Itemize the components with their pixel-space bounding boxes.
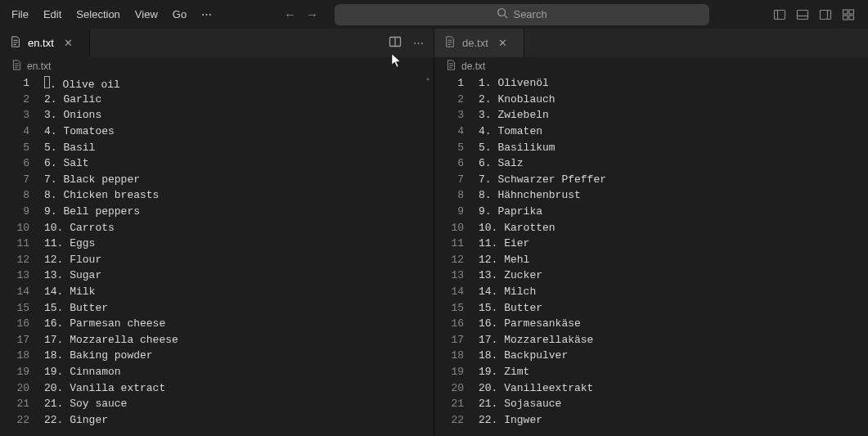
code-text: 18. Backpulver [479, 349, 568, 362]
svg-rect-2 [775, 10, 785, 19]
code-line[interactable]: 1717. Mozzarellakäse [434, 332, 868, 348]
code-line[interactable]: 88. Chicken breasts [0, 187, 434, 204]
line-number: 20 [0, 382, 44, 394]
code-line[interactable]: 1515. Butter [434, 299, 868, 316]
code-line[interactable]: 2222. Ingwer [434, 411, 868, 428]
split-editor-icon[interactable] [389, 35, 402, 51]
code-line[interactable]: 1818. Baking powder [0, 348, 434, 364]
code-text: 3. Zwiebeln [479, 109, 549, 121]
code-line[interactable]: 33. Onions [0, 107, 434, 124]
code-line[interactable]: 55. Basilikum [434, 139, 868, 155]
menu-edit[interactable]: Edit [37, 5, 68, 24]
code-text: 20. Vanilleextrakt [479, 382, 593, 394]
code-line[interactable]: 2121. Soy sauce [0, 396, 434, 412]
menu-view[interactable]: View [128, 5, 164, 24]
code-line[interactable]: 11. Olivenöl [434, 75, 868, 92]
code-line[interactable]: 1616. Parmesan cheese [0, 316, 434, 332]
code-line[interactable]: 2020. Vanilla extract [0, 380, 434, 396]
code-line[interactable]: 77. Schwarzer Pfeffer [434, 172, 868, 188]
line-number: 9 [0, 205, 44, 218]
code-text: 15. Butter [479, 302, 542, 314]
customize-layout-icon[interactable] [842, 8, 855, 21]
line-number: 4 [0, 125, 44, 137]
code-line[interactable]: 44. Tomatoes [0, 124, 434, 140]
menu-file[interactable]: File [5, 5, 35, 24]
code-line[interactable]: 88. Hähnchenbrust [434, 187, 868, 204]
code-line[interactable]: 1111. Eier [434, 236, 868, 252]
close-icon[interactable]: ✕ [498, 37, 507, 49]
code-line[interactable]: 1. Olive oil [0, 75, 434, 92]
code-line[interactable]: 1414. Milk [0, 284, 434, 300]
tabbar-right: de.txt ✕ [434, 29, 868, 57]
code-line[interactable]: 1212. Flour [0, 252, 434, 268]
menu-more[interactable]: ⋯ [195, 5, 220, 24]
pane-right: de.txt ✕ de.txt 11. Olivenöl22. Knoblauc… [434, 29, 868, 436]
editor-right[interactable]: 11. Olivenöl22. Knoblauch33. Zwiebeln44.… [434, 75, 868, 436]
nav-forward-icon[interactable]: → [306, 7, 318, 21]
close-icon[interactable]: ✕ [64, 37, 73, 49]
menu-selection[interactable]: Selection [70, 5, 126, 24]
tab-de[interactable]: de.txt ✕ [434, 29, 524, 57]
pane-left: en.txt ✕ ⋯ en.txt ▪ 1. Olive oil22. Garl… [0, 29, 434, 436]
code-line[interactable]: 2222. Ginger [0, 411, 434, 428]
code-line[interactable]: 1414. Milch [434, 284, 868, 300]
code-line[interactable]: 1111. Eggs [0, 236, 434, 252]
search-placeholder: Search [513, 8, 546, 20]
code-text: 1. Olivenöl [479, 77, 549, 89]
code-line[interactable]: 22. Knoblauch [434, 92, 868, 108]
line-number: 22 [0, 414, 44, 426]
code-line[interactable]: 66. Salt [0, 155, 434, 172]
code-line[interactable]: 99. Bell peppers [0, 204, 434, 220]
code-line[interactable]: 1919. Zimt [434, 364, 868, 380]
breadcrumb-left[interactable]: en.txt [0, 57, 434, 75]
code-line[interactable]: 44. Tomaten [434, 124, 868, 140]
file-icon [444, 36, 456, 50]
code-line[interactable]: 1212. Mehl [434, 252, 868, 268]
code-line[interactable]: 1616. Parmesankäse [434, 316, 868, 332]
code-line[interactable]: 66. Salz [434, 155, 868, 172]
file-icon [11, 60, 22, 73]
line-number: 11 [0, 237, 44, 249]
code-line[interactable]: 1919. Cinnamon [0, 364, 434, 380]
code-line[interactable]: 1313. Sugar [0, 267, 434, 284]
code-line[interactable]: 99. Paprika [434, 204, 868, 220]
more-actions-icon[interactable]: ⋯ [413, 37, 424, 49]
code-line[interactable]: 2020. Vanilleextrakt [434, 380, 868, 396]
code-line[interactable]: 22. Garlic [0, 92, 434, 108]
code-line[interactable]: 77. Black pepper [0, 172, 434, 188]
menu-go[interactable]: Go [166, 5, 193, 24]
line-number: 15 [0, 302, 44, 314]
code-line[interactable]: 1818. Backpulver [434, 348, 868, 364]
code-line[interactable]: 1717. Mozzarella cheese [0, 332, 434, 348]
code-line[interactable]: 55. Basil [0, 139, 434, 155]
code-text: 4. Tomatoes [44, 125, 115, 137]
nav-back-icon[interactable]: ← [284, 7, 296, 21]
code-line[interactable]: 2121. Sojasauce [434, 396, 868, 412]
code-text: 8. Hähnchenbrust [479, 189, 581, 201]
code-line[interactable]: 1313. Zucker [434, 267, 868, 284]
tab-en[interactable]: en.txt ✕ [0, 29, 90, 57]
line-number: 5 [434, 142, 479, 154]
line-number: 7 [0, 173, 44, 186]
code-line[interactable]: 1515. Butter [0, 299, 434, 316]
toggle-panel-left-icon[interactable] [773, 8, 786, 21]
code-text: 12. Flour [44, 254, 101, 266]
line-number: 2 [0, 93, 44, 106]
svg-rect-9 [849, 10, 854, 14]
code-line[interactable]: 1010. Carrots [0, 219, 434, 236]
editor-left[interactable]: ▪ 1. Olive oil22. Garlic33. Onions44. To… [0, 75, 434, 436]
line-number: 1 [434, 77, 479, 89]
code-line[interactable]: 33. Zwiebeln [434, 107, 868, 124]
toggle-panel-bottom-icon[interactable] [796, 8, 809, 21]
code-text: 19. Zimt [479, 366, 529, 378]
line-number: 16 [434, 317, 479, 330]
code-text: 9. Bell peppers [44, 205, 140, 218]
breadcrumb-right[interactable]: de.txt [434, 57, 868, 75]
menubar: File Edit Selection View Go ⋯ ← → Search [0, 0, 868, 29]
code-line[interactable]: 1010. Karotten [434, 219, 868, 236]
breadcrumb-label: de.txt [461, 61, 485, 72]
code-text: 16. Parmesan cheese [44, 317, 165, 330]
line-number: 17 [434, 334, 479, 346]
search-input[interactable]: Search [335, 4, 709, 25]
toggle-panel-right-icon[interactable] [819, 8, 832, 21]
